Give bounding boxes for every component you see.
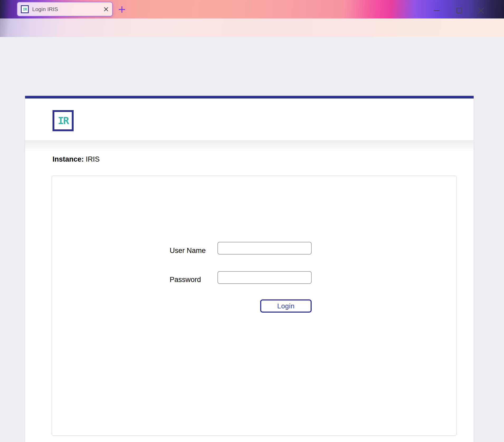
instance-value: IRIS [84, 155, 100, 163]
login-form-panel: User Name Password Login [52, 176, 457, 436]
password-input[interactable] [217, 271, 312, 284]
browser-toolbar: localhost:52773/csp/sys/%25CSP.Portal.Ho… [0, 18, 504, 37]
tab-title: Login IRIS [32, 6, 102, 12]
window-close-button[interactable] [475, 5, 487, 16]
tab-favicon-ir: IR [21, 5, 29, 13]
instance-label: Instance: [53, 155, 84, 163]
window-minimize-button[interactable] [431, 5, 443, 16]
password-label: Password [170, 276, 201, 284]
username-input[interactable] [217, 242, 312, 255]
window-maximize-button[interactable] [453, 5, 465, 16]
browser-viewport: IR Instance: IRIS User Name Password Log… [0, 37, 504, 442]
tab-close-icon[interactable] [102, 5, 110, 13]
iris-logo: IR [53, 110, 74, 131]
browser-titlebar: IR Login IRIS [0, 0, 504, 18]
login-button[interactable]: Login [260, 299, 312, 313]
username-label: User Name [170, 247, 206, 255]
browser-tab-login-iris[interactable]: IR Login IRIS [17, 2, 113, 16]
login-page-card: IR Instance: IRIS User Name Password Log… [25, 96, 474, 442]
page-accent-bar [25, 96, 474, 98]
new-tab-button[interactable] [117, 5, 127, 14]
header-divider [25, 140, 474, 151]
instance-label-line: Instance: IRIS [53, 155, 100, 163]
